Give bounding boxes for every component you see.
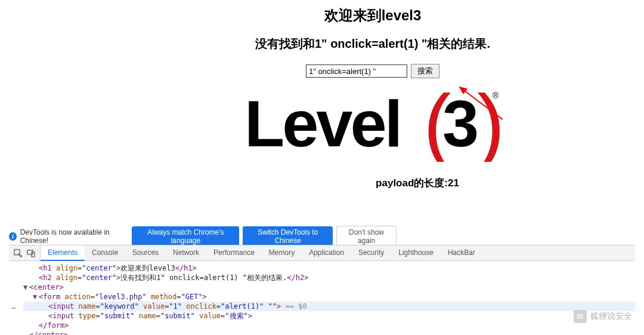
page-content: 欢迎来到level3 没有找到和1" onclick=alert(1) "相关的… [0, 0, 644, 190]
payload-length-text: payload的长度:21 [191, 176, 644, 190]
match-language-button[interactable]: Always match Chrome's language [132, 226, 239, 247]
device-toggle-icon[interactable] [27, 249, 35, 257]
watermark-text: 狐狸说安全 [590, 311, 632, 322]
infobar-text: DevTools is now available in Chinese! [20, 228, 129, 245]
source-line[interactable]: ▼<form action="level3.php" method="GET"> [23, 292, 635, 302]
inspect-icon[interactable] [14, 249, 22, 257]
devtools-tab-security[interactable]: Security [351, 245, 391, 261]
page-subtitle: 没有找到和1" onclick=alert(1) "相关的结果. [101, 36, 644, 52]
devtools-tab-console[interactable]: Console [85, 245, 125, 261]
devtools-tab-memory[interactable]: Memory [262, 245, 302, 261]
logo-digit: 3 [442, 87, 479, 160]
devtools-tab-network[interactable]: Network [166, 245, 206, 261]
watermark: ✉ 狐狸说安全 [574, 310, 632, 323]
devtools-tab-application[interactable]: Application [302, 245, 351, 261]
devtools-infobar: i DevTools is now available in Chinese! … [9, 229, 397, 244]
devtools-tabbar: ElementsConsoleSourcesNetworkPerformance… [9, 245, 635, 261]
devtools-tab-sources[interactable]: Sources [125, 245, 166, 261]
search-form: 搜索 [101, 64, 644, 78]
source-line[interactable]: <h1 align="center">欢迎来到level3</h1> [23, 263, 635, 273]
source-line[interactable]: <input type="submit" name="submit" value… [23, 311, 635, 321]
dont-show-again-button[interactable]: Don't show again [336, 226, 397, 247]
level3-logo: Level ( 3 ) ® [101, 84, 644, 162]
logo-text-main: Level [244, 87, 400, 160]
devtools-tab-performance[interactable]: Performance [206, 245, 262, 261]
source-line[interactable]: <h2 align="center">没有找到和1" onclick=alert… [23, 273, 635, 282]
logo-trademark: ® [493, 91, 499, 100]
devtools-tab-lighthouse[interactable]: Lighthouse [391, 245, 441, 261]
keyword-input[interactable] [306, 64, 407, 78]
devtools-elements-tree[interactable]: <h1 align="center">欢迎来到level3</h1><h2 al… [9, 261, 635, 335]
devtools-tab-elements[interactable]: Elements [41, 245, 85, 261]
switch-devtools-chinese-button[interactable]: Switch DevTools to Chinese [243, 226, 333, 247]
source-line[interactable]: </center> [23, 330, 635, 335]
devtools-tab-hackbar[interactable]: HackBar [441, 245, 482, 261]
source-line[interactable]: </form> [23, 321, 635, 330]
wechat-icon: ✉ [574, 310, 587, 323]
source-line[interactable]: ▼<center> [23, 282, 635, 292]
page-title: 欢迎来到level3 [101, 6, 644, 25]
source-line[interactable]: <input name="keyword" value="1" onclick=… [23, 302, 635, 311]
search-button[interactable]: 搜索 [411, 64, 439, 78]
devtools-panel: ElementsConsoleSourcesNetworkPerformance… [9, 245, 635, 335]
info-icon: i [9, 232, 17, 241]
